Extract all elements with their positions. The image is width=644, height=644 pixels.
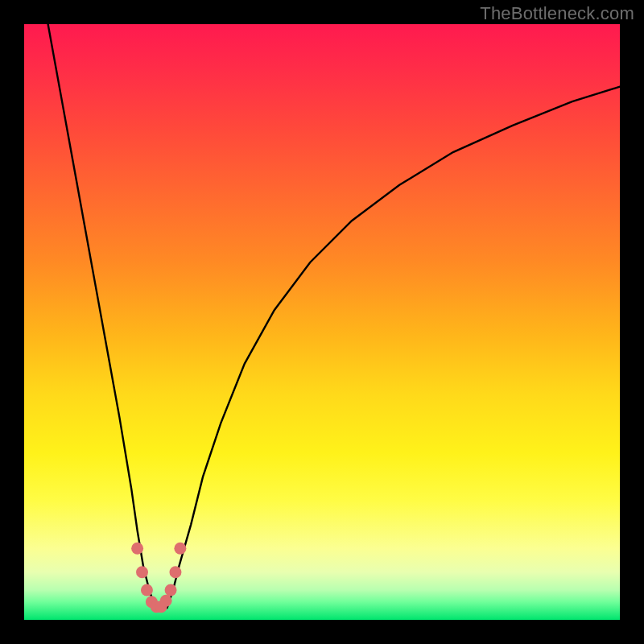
bottom-dots-group (131, 543, 186, 613)
marker-dot (160, 595, 172, 607)
marker-dot (174, 543, 186, 555)
marker-dot (169, 566, 181, 578)
marker-dot (131, 543, 143, 555)
marker-dot (136, 566, 148, 578)
curve-right-branch (167, 87, 620, 609)
chart-frame: TheBottleneck.com (0, 0, 644, 644)
watermark-text: TheBottleneck.com (480, 3, 634, 24)
marker-dot (141, 584, 153, 597)
curve-left-branch (48, 24, 155, 608)
plot-area (24, 24, 620, 620)
curve-svg (24, 24, 620, 620)
marker-dot (165, 584, 177, 597)
